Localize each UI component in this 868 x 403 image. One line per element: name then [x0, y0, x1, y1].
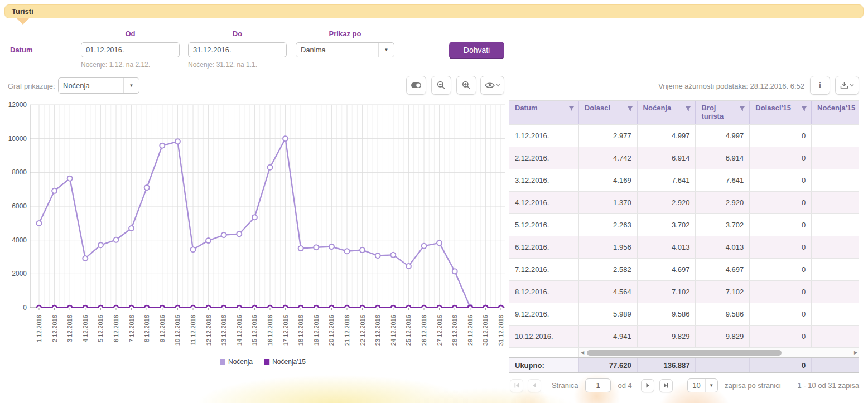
- data-point: [406, 264, 411, 269]
- next-page-button[interactable]: [641, 379, 654, 392]
- data-point: [452, 269, 457, 274]
- line-chart: 1.12.2016.2.12.2016.3.12.2016.4.12.2016.…: [4, 100, 509, 368]
- tab-pointer-triangle: [17, 18, 29, 25]
- x-axis-label: 10.12.2016.: [174, 313, 181, 346]
- x-axis-label: 31.12.2016.: [498, 313, 504, 346]
- data-point: [175, 139, 180, 144]
- scrollbar-track[interactable]: [586, 349, 852, 356]
- filter-icon[interactable]: [685, 106, 691, 114]
- graf-prikazuje-label: Graf prikazuje:: [8, 82, 55, 90]
- x-axis-label: 12.12.2016.: [205, 313, 212, 346]
- data-point: [37, 221, 42, 226]
- data-point: [329, 244, 334, 249]
- filter-icon[interactable]: [627, 106, 633, 114]
- scrollbar-thumb[interactable]: [587, 350, 782, 356]
- chart-visibility-button[interactable]: [480, 76, 504, 95]
- cell-value: 2.977: [579, 125, 638, 147]
- data-point: [390, 253, 396, 258]
- scroll-left-arrow[interactable]: ◀: [579, 350, 586, 355]
- table-row[interactable]: 10.12.2016.4.9419.8299.8290: [509, 325, 859, 347]
- table-row[interactable]: 6.12.2016.1.9564.0134.0130: [509, 236, 859, 258]
- scroll-right-arrow[interactable]: ▶: [852, 350, 859, 355]
- last-page-button[interactable]: [659, 379, 673, 392]
- data-point: [191, 247, 196, 252]
- first-page-icon: [514, 383, 519, 388]
- table-row[interactable]: 7.12.2016.2.5824.6974.6970: [509, 258, 859, 280]
- page-number-input[interactable]: [585, 378, 611, 392]
- data-point: [52, 188, 57, 193]
- cell-value: [812, 125, 859, 147]
- column-header-broj-turista[interactable]: Broj turista: [696, 101, 750, 124]
- data-point: [268, 165, 273, 170]
- data-point: [206, 238, 211, 243]
- prikaz-po-select[interactable]: Danima ▼: [296, 42, 394, 57]
- first-page-button[interactable]: [510, 379, 523, 392]
- stranica-label: Stranica: [552, 381, 578, 390]
- cell-value: [812, 326, 859, 347]
- column-header-datum[interactable]: Datum: [509, 101, 579, 124]
- chart-toggle-button[interactable]: [406, 76, 426, 95]
- table-row[interactable]: 2.12.2016.4.7426.9146.9140: [509, 147, 859, 169]
- table-body: 1.12.2016.2.9774.9974.99702.12.2016.4.74…: [509, 124, 859, 347]
- dohvati-button[interactable]: Dohvati: [449, 42, 504, 59]
- datum-label: Datum: [10, 46, 32, 54]
- x-axis-label: 11.12.2016.: [190, 313, 196, 345]
- export-download-button[interactable]: [835, 76, 859, 95]
- x-axis-label: 23.12.2016.: [374, 313, 381, 346]
- date-from-input[interactable]: [81, 43, 180, 57]
- page-tab-turisti[interactable]: Turisti: [4, 4, 864, 18]
- column-header-no-enja-15[interactable]: Noćenja'15: [812, 101, 859, 124]
- chart-zoom-out-button[interactable]: [431, 76, 451, 95]
- table-row[interactable]: 8.12.2016.4.5647.1027.1020: [509, 280, 859, 303]
- cell-value: [812, 236, 859, 258]
- eye-icon: [485, 82, 495, 89]
- date-to-input[interactable]: [189, 43, 287, 57]
- prev-page-button[interactable]: [528, 379, 541, 392]
- info-button[interactable]: i: [810, 76, 830, 95]
- column-header-dolasci-15[interactable]: Dolasci'15: [750, 101, 812, 124]
- cell-value: 4.697: [696, 259, 750, 280]
- table-row[interactable]: 3.12.2016.4.1697.6417.6410: [509, 169, 859, 191]
- page-size-select[interactable]: 10 ▼: [687, 378, 717, 392]
- graf-prikazuje-select[interactable]: Noćenja ▼: [58, 77, 139, 94]
- cell-date: 10.12.2016.: [509, 326, 579, 347]
- column-header-dolasci[interactable]: Dolasci: [579, 101, 638, 124]
- chart-zoom-in-button[interactable]: [456, 76, 476, 95]
- table-totals-row: Ukupno:77.620136.8870: [509, 357, 859, 373]
- cell-value: 0: [750, 326, 812, 347]
- table-row[interactable]: 1.12.2016.2.9774.9974.9970: [509, 124, 859, 147]
- horizontal-scrollbar: ◀ ▶: [579, 348, 859, 357]
- cell-value: 4.742: [579, 147, 638, 169]
- table-hscroll-row: ◀ ▶: [509, 347, 859, 357]
- y-axis-label: 6000: [12, 202, 27, 210]
- zoom-in-icon: [462, 81, 471, 90]
- x-axis-label: 17.12.2016.: [282, 313, 289, 346]
- data-point: [144, 185, 150, 190]
- info-icon: i: [819, 81, 821, 90]
- x-axis-label: 8.12.2016.: [143, 313, 150, 342]
- table-row[interactable]: 9.12.2016.5.9899.5869.5860: [509, 303, 859, 325]
- table-row[interactable]: 4.12.2016.1.3702.9202.9200: [509, 191, 859, 213]
- column-header-no-enja[interactable]: Noćenja: [638, 101, 696, 124]
- cell-value: 2.263: [579, 214, 638, 236]
- data-point: [422, 244, 427, 249]
- data-point: [160, 143, 165, 148]
- cell-value: 0: [750, 236, 812, 258]
- filter-icon[interactable]: [739, 106, 745, 114]
- cell-value: 9.829: [638, 326, 696, 347]
- cell-date: 2.12.2016.: [509, 147, 579, 169]
- x-axis-label: 14.12.2016.: [236, 313, 243, 346]
- cell-value: 0: [750, 259, 812, 280]
- cell-date: 5.12.2016.: [509, 214, 579, 236]
- data-point: [314, 245, 319, 250]
- do-label: Do: [188, 30, 287, 38]
- last-page-icon: [663, 383, 668, 388]
- cell-value: 5.989: [579, 303, 638, 325]
- filter-icon[interactable]: [801, 106, 807, 114]
- cell-value: [812, 259, 859, 280]
- filter-icon[interactable]: [568, 106, 575, 114]
- cell-value: 0: [750, 147, 812, 169]
- table-row[interactable]: 5.12.2016.2.2633.7023.7020: [509, 213, 859, 236]
- cell-value: 9.586: [696, 303, 750, 325]
- column-header-label: Broj turista: [701, 104, 724, 120]
